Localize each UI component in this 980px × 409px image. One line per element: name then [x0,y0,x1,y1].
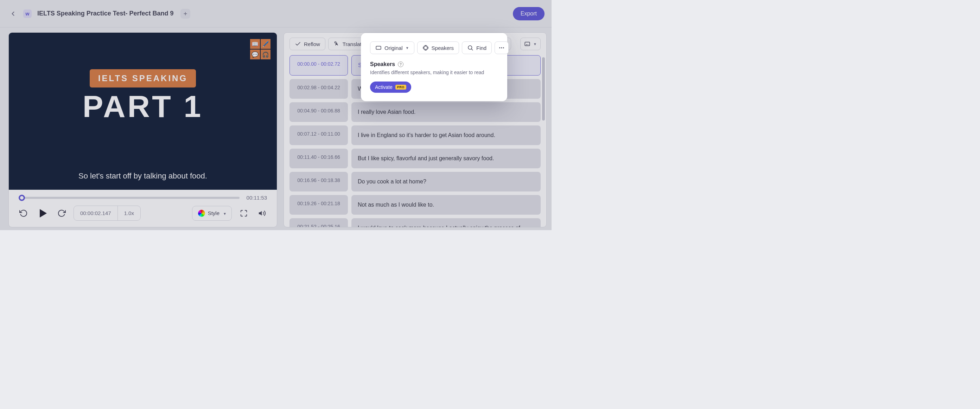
transcript-time[interactable]: 00:16.96 - 00:18.38 [290,172,348,192]
speakers-popover: Original ▼ Speakers Find Speakers ? Iden… [361,33,507,101]
player-controls: 00:00:02.147 1.0x Style [9,202,277,227]
original-dropdown-popover[interactable]: Original ▼ [370,41,414,54]
transcript-row[interactable]: 00:21.52 - 00:25.16I would love to cook … [290,218,541,227]
video-duration: 00:11:53 [247,195,267,201]
svg-line-17 [471,49,473,50]
transcript-time[interactable]: 00:04.90 - 00:06.88 [290,102,348,122]
transcript-time[interactable]: 00:00.00 - 00:02.72 [290,55,348,76]
transcript-text[interactable]: But I like spicy, flavorful and just gen… [352,149,541,168]
transcript-time[interactable]: 00:21.52 - 00:25.16 [290,218,348,227]
video-subtitle: IELTS SPEAKING [90,69,196,87]
svg-point-18 [499,48,500,49]
info-icon[interactable]: ? [398,62,404,67]
pro-badge: PRO [395,85,406,90]
transcript-time[interactable]: 00:19.26 - 00:21.18 [290,195,348,215]
headphones-icon: 🎧 [261,49,270,59]
style-label: Style [208,210,220,216]
fullscreen-button[interactable] [237,207,250,220]
timeline-row: 00:11:53 [9,190,277,202]
timeline-knob[interactable] [19,195,25,201]
header: w IELTS Speaking Practice Test- Perfect … [0,0,552,27]
chevron-down-icon: ▼ [533,42,537,46]
chevron-down-icon: ▼ [406,46,409,50]
add-button[interactable] [180,9,190,19]
transcript-text[interactable]: I would love to cook more because I actu… [352,218,541,227]
video-panel: 📖 🖊️ 💬 🎧 IELTS SPEAKING PART 1 So let's … [8,32,277,227]
back-button[interactable] [7,8,19,20]
svg-rect-14 [376,46,381,49]
popover-title-row: Speakers ? [370,61,498,67]
svg-marker-3 [259,211,262,216]
chevron-down-icon [222,210,226,216]
video-badge-icons: 📖 🖊️ 💬 🎧 [250,39,270,59]
app-logo: w [23,10,32,18]
find-button-popover[interactable]: Find [462,41,492,54]
transcript-time[interactable]: 00:07.12 - 00:11.00 [290,125,348,145]
video-caption: So let's start off by talking about food… [78,171,207,181]
export-button[interactable]: Export [513,7,544,21]
transcript-row[interactable]: 00:19.26 - 00:21.18Not as much as I woul… [290,195,541,215]
transcript-text[interactable]: I live in England so it's harder to get … [352,125,541,145]
play-button[interactable] [35,206,49,220]
feather-icon: 🖊️ [261,39,270,49]
playback-rate[interactable]: 1.0x [118,206,140,220]
subtitle-view-button[interactable]: ▼ [520,38,541,50]
color-wheel-icon [198,210,205,217]
page-title[interactable]: IELTS Speaking Practice Test- Perfect Ba… [37,10,173,17]
popover-title: Speakers [370,61,395,67]
rewind-button[interactable] [17,207,30,220]
transcript-text[interactable]: Not as much as I would like to. [352,195,541,215]
video-frame[interactable]: 📖 🖊️ 💬 🎧 IELTS SPEAKING PART 1 So let's … [9,33,277,190]
original-label: Original [385,45,403,51]
speakers-button-popover[interactable]: Speakers [417,41,459,54]
svg-rect-11 [525,42,530,46]
transcript-row[interactable]: 00:04.90 - 00:06.88I really love Asian f… [290,102,541,122]
reflow-button[interactable]: Reflow [290,38,325,50]
speakers-label: Speakers [432,45,454,51]
video-title-block: IELTS SPEAKING PART 1 [9,69,277,122]
svg-marker-2 [40,209,47,217]
transcript-time[interactable]: 00:02.98 - 00:04.22 [290,79,348,99]
more-button-popover[interactable] [495,41,509,54]
transcript-row[interactable]: 00:11.40 - 00:16.66But I like spicy, fla… [290,149,541,168]
activate-button[interactable]: Activate PRO [370,81,411,93]
transcript-text[interactable]: I really love Asian food. [352,102,541,122]
time-rate-box: 00:00:02.147 1.0x [73,206,141,221]
volume-button[interactable] [256,207,268,220]
style-button[interactable]: Style [192,206,232,221]
svg-point-16 [468,46,472,49]
transcript-text[interactable]: Do you cook a lot at home? [352,172,541,192]
find-label: Find [476,45,487,51]
current-time[interactable]: 00:00:02.147 [74,206,118,220]
transcript-row[interactable]: 00:16.96 - 00:18.38Do you cook a lot at … [290,172,541,192]
speech-icon: 💬 [250,49,260,59]
timeline[interactable] [19,197,240,199]
popover-subtitle: Identifies different speakers, making it… [370,70,498,75]
book-icon: 📖 [250,39,260,49]
video-title: PART 1 [9,91,277,122]
svg-point-20 [503,48,504,49]
activate-label: Activate [375,84,393,90]
transcript-time[interactable]: 00:11.40 - 00:16.66 [290,149,348,168]
svg-rect-15 [424,46,427,49]
scrollbar[interactable] [542,57,545,120]
transcript-row[interactable]: 00:07.12 - 00:11.00I live in England so … [290,125,541,145]
reflow-label: Reflow [304,41,320,47]
forward-button[interactable] [55,207,68,220]
svg-point-19 [501,48,502,49]
